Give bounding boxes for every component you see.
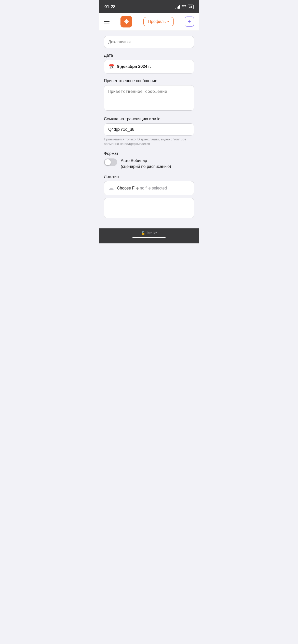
date-value: 9 декабря 2024 г. [117,64,151,69]
menu-icon[interactable] [104,20,110,23]
toggle-slider [104,158,117,166]
header: ✳ Профиль ▾ ✦ [99,13,199,31]
toggle-label: Авто Вебинар(сценарий по расписанию) [121,158,171,169]
format-toggle-row: Авто Вебинар(сценарий по расписанию) [104,158,194,169]
logo-preview [104,198,194,218]
status-icons: 31 [175,5,194,9]
stream-section: Ссылка на трансляцию или id Принимается … [104,117,194,146]
date-section: Дата 📅 9 декабря 2024 г. [104,53,194,74]
greeting-section: Приветственное сообщение [104,79,194,112]
logo-label: Логотип [104,174,194,179]
date-label: Дата [104,53,194,58]
format-section: Формат Авто Вебинар(сценарий по расписан… [104,151,194,169]
app-logo: ✳ [120,16,132,27]
wifi-icon [182,5,186,9]
cloud-upload-icon: ☁ [108,185,114,192]
speakers-section [104,36,194,48]
file-input-wrapper[interactable]: ☁ Choose File no file selected [104,181,194,195]
speakers-input[interactable] [104,36,194,48]
date-picker[interactable]: 📅 9 декабря 2024 г. [104,60,194,74]
chevron-down-icon: ▾ [167,20,169,23]
home-indicator[interactable] [132,237,166,238]
stream-label: Ссылка на трансляцию или id [104,117,194,121]
stream-input[interactable] [104,123,194,136]
theme-toggle-button[interactable]: ✦ [185,17,194,27]
lock-icon: 🔒 [141,231,145,235]
greeting-label: Приветственное сообщение [104,79,194,83]
profile-button[interactable]: Профиль ▾ [143,17,174,26]
domain-text: 🔒 isra.kz [141,231,157,235]
domain-name: isra.kz [147,231,157,235]
signal-bars-icon [175,5,180,9]
auto-webinar-toggle[interactable] [104,158,117,166]
status-bar: 01:28 31 [99,0,199,13]
stream-hint: Принимается только ID трансляции, видео … [104,137,194,146]
status-time: 01:28 [104,4,115,9]
greeting-textarea[interactable] [104,85,194,111]
file-choose-text: Choose File no file selected [117,186,167,191]
battery-icon: 31 [188,5,194,9]
calendar-icon: 📅 [108,64,115,70]
logo-section: Логотип ☁ Choose File no file selected [104,174,194,218]
bottom-bar: 🔒 isra.kz [99,228,199,243]
form-container: Дата 📅 9 декабря 2024 г. Приветственное … [99,31,199,228]
format-label: Формат [104,151,194,156]
